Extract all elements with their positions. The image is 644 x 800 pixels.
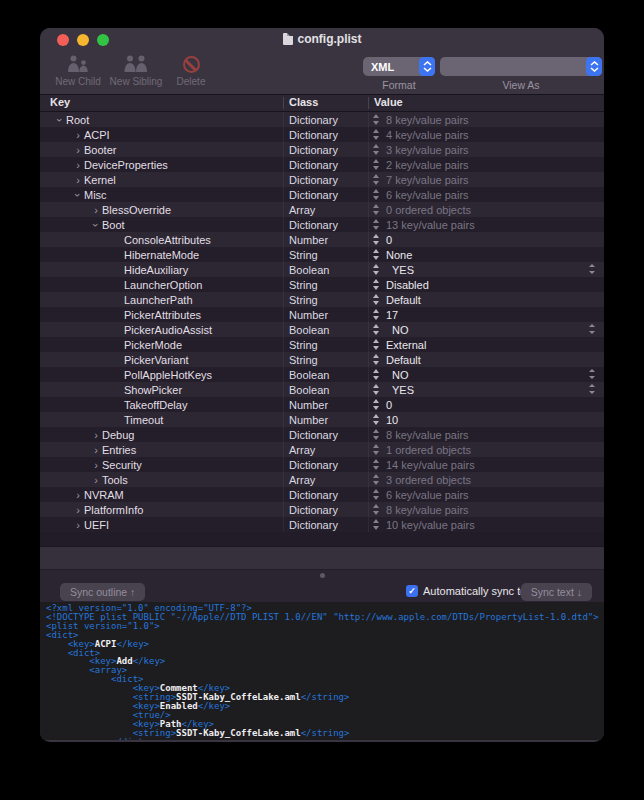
disclosure-triangle-icon[interactable]: › <box>72 505 84 515</box>
disclosure-triangle-icon[interactable]: › <box>72 490 84 500</box>
row-value[interactable]: 13 key/value pairs <box>373 219 604 231</box>
disclosure-triangle-icon[interactable]: › <box>90 475 102 485</box>
disclosure-triangle-icon[interactable]: › <box>91 219 101 231</box>
row-class[interactable]: Dictionary <box>289 429 338 441</box>
row-class[interactable]: Dictionary <box>289 504 338 516</box>
row-value[interactable]: 10 <box>373 414 604 426</box>
value-stepper-icon[interactable] <box>373 309 380 320</box>
value-stepper-icon[interactable] <box>373 219 380 230</box>
row-class[interactable]: Number <box>289 234 328 246</box>
column-divider[interactable] <box>283 97 284 109</box>
xml-source-editor[interactable]: <?xml version="1.0" encoding="UTF-8"?><!… <box>40 602 604 740</box>
row-class[interactable]: Dictionary <box>289 519 338 531</box>
row-value[interactable]: 0 <box>373 399 604 411</box>
row-key[interactable]: BlessOverride <box>102 204 171 216</box>
value-stepper-icon[interactable] <box>373 429 380 440</box>
row-value[interactable]: Default <box>373 294 604 306</box>
row-value[interactable]: 7 key/value pairs <box>373 174 604 186</box>
row-key[interactable]: Root <box>66 114 89 126</box>
value-stepper-icon[interactable] <box>373 354 380 365</box>
outline-row[interactable]: ›PickerAttributesNumber17 <box>40 307 604 322</box>
outline-row[interactable]: ›MiscDictionary6 key/value pairs <box>40 187 604 202</box>
new-child-button[interactable]: New Child <box>52 53 104 87</box>
row-key[interactable]: TakeoffDelay <box>124 399 187 411</box>
delete-button[interactable]: Delete <box>170 53 212 87</box>
row-value[interactable]: 4 key/value pairs <box>373 129 604 141</box>
value-stepper-icon[interactable] <box>373 324 380 335</box>
row-class[interactable]: Dictionary <box>289 159 338 171</box>
row-class[interactable]: Dictionary <box>289 219 338 231</box>
row-key[interactable]: Boot <box>102 219 125 231</box>
outline-row[interactable]: ›HideAuxiliaryBooleanYES <box>40 262 604 277</box>
disclosure-triangle-icon[interactable]: › <box>55 114 65 126</box>
outline-row[interactable]: ›TakeoffDelayNumber0 <box>40 397 604 412</box>
outline-row[interactable]: ›UEFIDictionary10 key/value pairs <box>40 517 604 532</box>
outline-row[interactable]: ›ToolsArray3 ordered objects <box>40 472 604 487</box>
value-stepper-icon[interactable] <box>373 399 380 410</box>
row-value[interactable]: 3 key/value pairs <box>373 144 604 156</box>
outline-row[interactable]: ›ConsoleAttributesNumber0 <box>40 232 604 247</box>
row-class[interactable]: Dictionary <box>289 129 338 141</box>
row-class[interactable]: Dictionary <box>289 174 338 186</box>
value-stepper-icon[interactable] <box>373 234 380 245</box>
row-value[interactable]: YES <box>373 264 604 276</box>
value-stepper-icon[interactable] <box>373 369 380 380</box>
row-key[interactable]: PickerVariant <box>124 354 189 366</box>
value-stepper-icon[interactable] <box>373 249 380 260</box>
row-key[interactable]: LauncherOption <box>124 279 202 291</box>
row-class[interactable]: Boolean <box>289 264 329 276</box>
row-class[interactable]: Dictionary <box>289 489 338 501</box>
sync-outline-button[interactable]: Sync outline ↑ <box>60 583 145 601</box>
row-key[interactable]: Security <box>102 459 142 471</box>
row-key[interactable]: Tools <box>102 474 128 486</box>
row-class[interactable]: Dictionary <box>289 114 338 126</box>
value-stepper-icon[interactable] <box>373 294 380 305</box>
row-value[interactable]: YES <box>373 384 604 396</box>
row-value[interactable]: 8 key/value pairs <box>373 429 604 441</box>
row-key[interactable]: PickerAttributes <box>124 309 201 321</box>
row-class[interactable]: Number <box>289 399 328 411</box>
row-value[interactable]: 14 key/value pairs <box>373 459 604 471</box>
row-value[interactable]: Default <box>373 354 604 366</box>
row-key[interactable]: LauncherPath <box>124 294 193 306</box>
outline-row[interactable]: ›DebugDictionary8 key/value pairs <box>40 427 604 442</box>
view-as-popup[interactable] <box>440 57 602 76</box>
row-key[interactable]: Timeout <box>124 414 163 426</box>
row-value[interactable]: 1 ordered objects <box>373 444 604 456</box>
column-header-key[interactable]: Key <box>50 96 70 108</box>
row-value[interactable]: External <box>373 339 604 351</box>
row-class[interactable]: Boolean <box>289 324 329 336</box>
value-stepper-icon[interactable] <box>373 339 380 350</box>
row-key[interactable]: PickerAudioAssist <box>124 324 212 336</box>
outline-row[interactable]: ›KernelDictionary7 key/value pairs <box>40 172 604 187</box>
new-sibling-button[interactable]: New Sibling <box>106 53 166 87</box>
outline-row[interactable]: ›PickerAudioAssistBooleanNO <box>40 322 604 337</box>
outline-row[interactable]: ›HibernateModeStringNone <box>40 247 604 262</box>
outline-row[interactable]: ›NVRAMDictionary6 key/value pairs <box>40 487 604 502</box>
splitter-bar[interactable] <box>40 546 604 569</box>
outline-row[interactable]: ›SecurityDictionary14 key/value pairs <box>40 457 604 472</box>
row-value[interactable]: 2 key/value pairs <box>373 159 604 171</box>
disclosure-triangle-icon[interactable]: › <box>90 460 102 470</box>
outline-row[interactable]: ›PickerVariantStringDefault <box>40 352 604 367</box>
row-key[interactable]: Kernel <box>84 174 116 186</box>
row-class[interactable]: String <box>289 354 318 366</box>
disclosure-triangle-icon[interactable]: › <box>90 205 102 215</box>
row-key[interactable]: DeviceProperties <box>84 159 168 171</box>
value-stepper-icon[interactable] <box>373 174 380 185</box>
row-value[interactable]: 10 key/value pairs <box>373 519 604 531</box>
row-value[interactable]: 17 <box>373 309 604 321</box>
row-class[interactable]: Boolean <box>289 384 329 396</box>
outline-row[interactable]: ›LauncherPathStringDefault <box>40 292 604 307</box>
outline-row[interactable]: ›ShowPickerBooleanYES <box>40 382 604 397</box>
row-class[interactable]: Number <box>289 414 328 426</box>
row-key[interactable]: PickerMode <box>124 339 182 351</box>
boolean-popup-stepper-icon[interactable] <box>589 384 595 394</box>
value-stepper-icon[interactable] <box>373 459 380 470</box>
row-key[interactable]: ShowPicker <box>124 384 182 396</box>
row-key[interactable]: Misc <box>84 189 107 201</box>
row-key[interactable]: PlatformInfo <box>84 504 143 516</box>
row-class[interactable]: String <box>289 339 318 351</box>
value-stepper-icon[interactable] <box>373 129 380 140</box>
value-stepper-icon[interactable] <box>373 384 380 395</box>
